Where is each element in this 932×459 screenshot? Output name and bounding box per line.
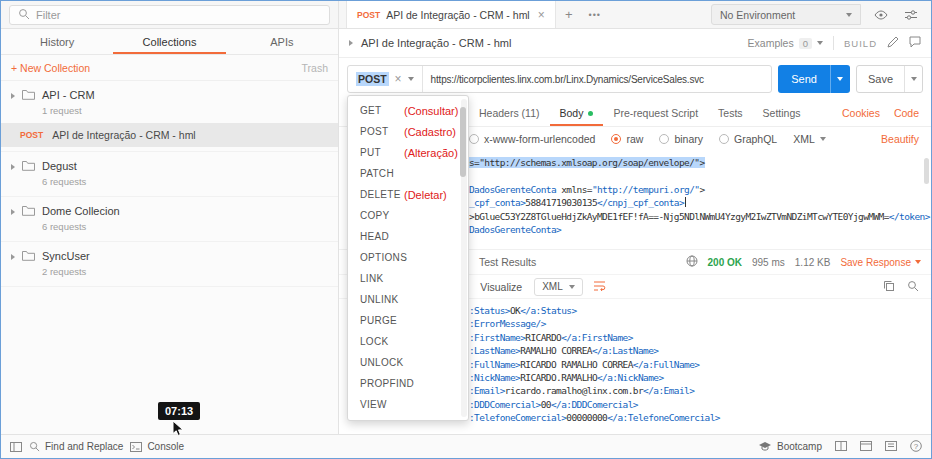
wrap-lines-icon[interactable]	[593, 280, 606, 293]
save-response-button[interactable]: Save Response	[840, 257, 921, 268]
method-option-label: PATCH	[360, 168, 404, 179]
chevron-right-icon[interactable]	[11, 93, 15, 99]
comment-icon[interactable]	[909, 36, 921, 50]
send-button[interactable]: Send	[778, 65, 850, 93]
tab-options-icon[interactable]: •••	[582, 1, 608, 28]
chevron-right-icon[interactable]	[11, 209, 15, 215]
method-option-patch[interactable]: PATCH	[348, 163, 468, 184]
request-tab-body[interactable]: Body	[550, 100, 604, 126]
chevron-down-icon	[820, 137, 826, 141]
beautify-link[interactable]: Beautify	[881, 133, 931, 145]
code-link[interactable]: Code	[894, 107, 919, 119]
bootcamp-button[interactable]: Bootcamp	[758, 441, 822, 452]
body-mode-x-www-form-urlencoded[interactable]: x-www-form-urlencoded	[469, 133, 595, 145]
collection-meta: 1 request	[42, 104, 95, 117]
send-options-icon[interactable]	[830, 65, 850, 93]
chevron-right-icon[interactable]	[11, 254, 15, 260]
settings-sliders-icon[interactable]	[901, 5, 921, 25]
request-tab-headers-11[interactable]: Headers (11)	[469, 100, 550, 126]
body-mode-raw[interactable]: raw	[611, 133, 643, 145]
examples-button[interactable]: Examples 0	[748, 37, 823, 49]
method-option-get[interactable]: GET(Consultar)	[348, 100, 468, 121]
collection-header[interactable]: Dome Collecion6 requests	[1, 201, 338, 237]
environment-selector[interactable]: No Environment	[711, 4, 861, 25]
collection-header[interactable]: API - CRM1 request	[1, 85, 338, 121]
request-item[interactable]: POSTAPI de Integração - CRM - hml	[1, 123, 338, 147]
sidebar-filter-input[interactable]: Filter	[9, 5, 330, 25]
method-option-propfind[interactable]: PROPFIND	[348, 373, 468, 394]
chevron-down-icon	[846, 13, 852, 17]
new-tab-button[interactable]: +	[556, 1, 582, 28]
collection-name: SyncUser	[42, 250, 90, 263]
trash-button[interactable]: Trash	[302, 62, 328, 74]
toggle-sidebar-icon[interactable]	[10, 442, 22, 452]
network-icon[interactable]	[686, 255, 698, 269]
collection-row: SyncUser2 requests	[1, 242, 338, 287]
response-time: 995 ms	[752, 257, 785, 268]
sidebar-tab-collections[interactable]: Collections	[113, 29, 225, 54]
url-input[interactable]: https://ticorpclientes.linx.com.br/Linx.…	[423, 74, 712, 85]
chevron-down-icon	[817, 41, 823, 45]
radio-icon	[611, 134, 621, 144]
method-option-options[interactable]: OPTIONS	[348, 247, 468, 268]
close-tab-icon[interactable]: ×	[538, 8, 545, 22]
request-tab-settings[interactable]: Settings	[753, 100, 811, 126]
save-button[interactable]: Save	[856, 65, 923, 93]
method-option-purge[interactable]: PURGE	[348, 310, 468, 331]
response-tab-test-results[interactable]: Test Results	[469, 256, 546, 268]
method-option-post[interactable]: POST(Cadastro)	[348, 121, 468, 142]
sidebar-tab-history[interactable]: History	[1, 29, 113, 54]
response-language-selector[interactable]: XML	[534, 278, 583, 296]
collection-header[interactable]: Degust6 requests	[1, 156, 338, 192]
method-option-link[interactable]: LINK	[348, 268, 468, 289]
method-option-lock[interactable]: LOCK	[348, 331, 468, 352]
method-option-delete[interactable]: DELETE(Deletar)	[348, 184, 468, 205]
request-tab-pre-request-script[interactable]: Pre-request Script	[603, 100, 708, 126]
method-option-label: HEAD	[360, 231, 404, 242]
find-and-replace-button[interactable]: Find and Replace	[29, 441, 123, 452]
help-icon[interactable]: ?	[910, 440, 922, 454]
rename-pencil-icon[interactable]	[887, 36, 899, 50]
collection-row: Dome Collecion6 requests	[1, 197, 338, 242]
body-mode-binary[interactable]: binary	[659, 133, 703, 145]
shortcuts-icon[interactable]	[885, 441, 897, 453]
svg-text:?: ?	[914, 441, 919, 450]
method-value: POST	[356, 72, 389, 86]
single-pane-icon[interactable]	[860, 441, 872, 453]
scrollbar-thumb[interactable]	[924, 158, 929, 184]
body-language-selector[interactable]: XML	[793, 133, 826, 145]
open-request-tab[interactable]: POST API de Integração - CRM - hml ×	[346, 1, 556, 28]
dropdown-scrollbar[interactable]	[461, 99, 467, 417]
console-button[interactable]: Console	[130, 441, 184, 452]
response-meta: 200 OK 995 ms 1.12 KB Save Response	[686, 255, 931, 269]
search-icon	[18, 8, 30, 22]
save-options-icon[interactable]	[904, 66, 922, 92]
collapse-request-icon[interactable]	[349, 40, 353, 46]
body-mode-graphql[interactable]: GraphQL	[719, 133, 777, 145]
new-collection-button[interactable]: + New Collection	[11, 62, 90, 74]
method-option-head[interactable]: HEAD	[348, 226, 468, 247]
clear-method-icon[interactable]: ×	[395, 72, 402, 86]
response-status: 200 OK	[708, 257, 742, 268]
dropdown-scrollbar-thumb[interactable]	[460, 107, 466, 177]
collection-header[interactable]: SyncUser2 requests	[1, 246, 338, 282]
search-response-icon[interactable]	[907, 280, 919, 294]
filter-placeholder: Filter	[36, 9, 60, 21]
method-option-view[interactable]: VIEW	[348, 394, 468, 415]
method-option-put[interactable]: PUT(Alteração)	[348, 142, 468, 163]
response-view-visualize[interactable]: Visualize	[478, 281, 524, 293]
split-pane-icon[interactable]	[835, 441, 847, 453]
environment-quick-look-icon[interactable]	[871, 5, 891, 25]
copy-response-icon[interactable]	[883, 280, 895, 294]
method-selector[interactable]: POST ×	[348, 66, 423, 92]
method-option-copy[interactable]: COPY	[348, 205, 468, 226]
cookies-link[interactable]: Cookies	[842, 107, 880, 119]
method-annotation: (Alteração)	[404, 147, 458, 159]
method-option-label: UNLOCK	[360, 357, 404, 368]
chevron-right-icon[interactable]	[11, 164, 15, 170]
method-option-label: PUT	[360, 147, 404, 158]
method-option-unlock[interactable]: UNLOCK	[348, 352, 468, 373]
request-tab-tests[interactable]: Tests	[708, 100, 753, 126]
method-option-unlink[interactable]: UNLINK	[348, 289, 468, 310]
sidebar-tab-apis[interactable]: APIs	[226, 29, 338, 54]
